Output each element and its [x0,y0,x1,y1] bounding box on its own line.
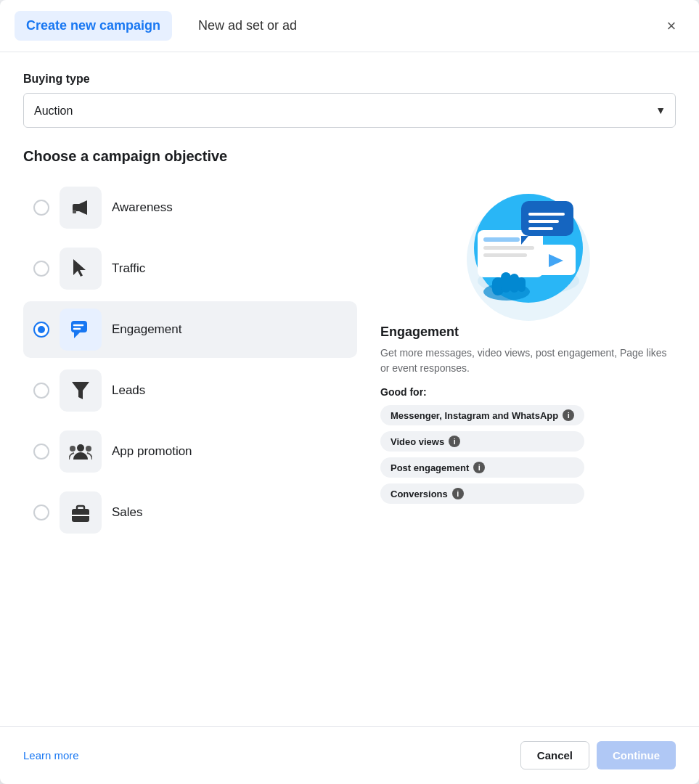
svg-rect-17 [483,237,520,242]
objective-traffic[interactable]: Traffic [23,240,357,297]
dialog-header: Create new campaign New ad set or ad × [0,0,699,52]
buying-type-label: Buying type [23,73,676,86]
objective-leads[interactable]: Leads [23,362,357,419]
funnel-icon [71,380,90,401]
traffic-label: Traffic [112,261,145,276]
megaphone-icon [70,197,91,219]
objective-detail-panel: Engagement Get more messages, video view… [357,179,676,541]
good-for-label: Good for: [380,386,427,398]
svg-rect-18 [483,246,534,250]
leads-icon-box [60,369,102,412]
briefcase-icon [70,502,91,523]
dialog-body: Buying type Auction Reach and Frequency … [0,52,699,706]
tab-new-ad-set[interactable]: New ad set or ad [187,11,308,41]
svg-rect-29 [501,272,511,293]
good-for-conversions[interactable]: Conversions i [380,483,584,504]
svg-point-7 [77,444,84,452]
video-views-info-icon[interactable]: i [449,436,460,447]
svg-rect-2 [71,321,87,332]
svg-rect-19 [483,253,527,257]
messenger-info-icon[interactable]: i [563,409,574,421]
sales-label: Sales [112,505,143,520]
awareness-icon-box [60,187,102,229]
good-for-post-engagement[interactable]: Post engagement i [380,457,584,478]
objective-engagement[interactable]: Engagement [23,301,357,358]
cancel-button[interactable]: Cancel [520,741,589,769]
awareness-label: Awareness [112,200,173,215]
chat-bubble-icon [70,319,91,340]
leads-label: Leads [112,383,145,398]
svg-point-9 [86,446,91,452]
good-for-list: Messenger, Instagram and WhatsApp i Vide… [380,405,584,504]
create-campaign-dialog: Create new campaign New ad set or ad × B… [0,0,699,784]
radio-sales [33,505,49,520]
objective-section-label: Choose a campaign objective [23,148,676,165]
objective-app-promotion[interactable]: App promotion [23,423,357,480]
svg-marker-3 [74,332,80,338]
radio-engagement [33,322,49,338]
svg-rect-11 [77,506,84,510]
dialog-footer: Learn more Cancel Continue [0,726,699,784]
radio-app-promotion [33,444,49,460]
sales-icon-box [60,491,102,534]
objective-sales[interactable]: Sales [23,484,357,541]
learn-more-link[interactable]: Learn more [23,749,79,761]
objective-awareness[interactable]: Awareness [23,179,357,236]
close-icon: × [667,17,676,36]
continue-button[interactable]: Continue [597,741,676,769]
buying-type-select[interactable]: Auction Reach and Frequency [23,93,676,128]
engagement-icon-box [60,309,102,351]
footer-buttons: Cancel Continue [520,741,676,769]
messenger-tag-label: Messenger, Instagram and WhatsApp [391,410,558,421]
engagement-label: Engagement [112,322,181,337]
radio-awareness [33,200,49,216]
conversions-tag-label: Conversions [391,489,448,499]
tab-create-campaign[interactable]: Create new campaign [15,11,172,41]
radio-leads [33,383,49,399]
post-engagement-tag-label: Post engagement [391,462,469,473]
svg-rect-0 [73,210,76,213]
svg-marker-6 [72,382,89,399]
conversions-info-icon[interactable]: i [452,488,464,499]
detail-title: Engagement [380,324,459,340]
group-icon [69,442,92,461]
cursor-icon [70,258,91,279]
buying-type-select-wrapper: Auction Reach and Frequency ▼ [23,93,676,128]
engagement-illustration [456,179,601,324]
objectives-layout: Awareness Traffic [23,179,676,541]
app-promotion-icon-box [60,430,102,473]
detail-description: Get more messages, video views, post eng… [380,346,676,376]
app-promotion-label: App promotion [112,444,192,459]
post-engagement-info-icon[interactable]: i [473,462,485,473]
objectives-list: Awareness Traffic [23,179,357,541]
video-views-tag-label: Video views [391,436,444,447]
good-for-messenger[interactable]: Messenger, Instagram and WhatsApp i [380,405,584,425]
good-for-video-views[interactable]: Video views i [380,431,584,452]
svg-rect-31 [518,277,526,292]
svg-rect-20 [521,201,573,236]
radio-traffic [33,261,49,277]
close-button[interactable]: × [658,13,684,39]
svg-marker-1 [73,259,86,277]
svg-point-8 [70,446,75,452]
traffic-icon-box [60,248,102,290]
